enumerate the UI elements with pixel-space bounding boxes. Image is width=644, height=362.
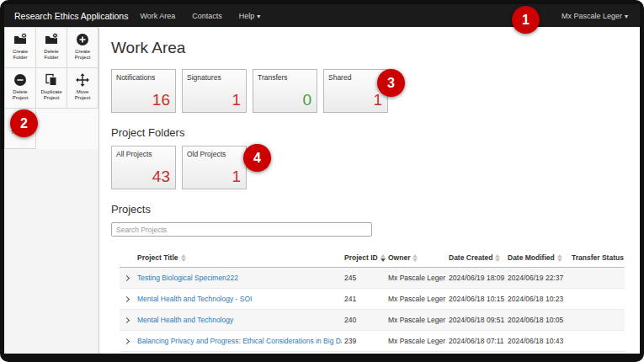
project-folders-title: Project Folders bbox=[111, 126, 628, 139]
tool-label: Move Project bbox=[68, 89, 97, 101]
card-value: 1 bbox=[373, 91, 382, 109]
all-projects-card[interactable]: All Projects 43 bbox=[111, 146, 176, 189]
sidebar: Create Folder Delete Folder Create Proje… bbox=[4, 27, 99, 354]
expander-cell bbox=[120, 289, 135, 310]
page-title: Work Area bbox=[111, 39, 628, 57]
delete-project-button[interactable]: Delete Project bbox=[5, 68, 36, 109]
annotation-badge-1: 1 bbox=[512, 6, 540, 34]
top-navbar: Research Ethics Applications Work Area C… bbox=[4, 4, 640, 27]
expand-chevron-icon[interactable] bbox=[124, 338, 130, 344]
nav-item-contacts[interactable]: Contacts bbox=[192, 12, 222, 20]
expander-cell bbox=[120, 331, 135, 352]
sort-icon bbox=[412, 254, 418, 262]
delete-folder-button[interactable]: Delete Folder bbox=[36, 28, 67, 68]
card-label: Signatures bbox=[183, 70, 246, 82]
table-row: Mental Health and Technology - SOI 241 M… bbox=[120, 289, 625, 310]
tool-label: Duplicate Project bbox=[37, 89, 66, 101]
transfer-status-cell bbox=[569, 289, 625, 310]
date-created-cell: 2024/06/18 10:15 bbox=[446, 289, 505, 310]
project-title-cell: Mental Health and Technology bbox=[135, 310, 342, 331]
annotation-badge-2: 2 bbox=[10, 109, 38, 137]
sort-icon bbox=[381, 254, 386, 262]
date-created-cell: 2024/06/19 18:09 bbox=[446, 268, 505, 289]
project-id-cell: 239 bbox=[342, 331, 386, 352]
date-created-cell: 2024/06/18 07:11 bbox=[446, 331, 505, 352]
card-label: Old Projects bbox=[183, 146, 246, 158]
stat-cards-row: Notifications 16 Signatures 1 Transfers … bbox=[111, 69, 628, 113]
delete-folder-icon bbox=[45, 32, 58, 47]
main-content: Work Area Notifications 16 Signatures 1 … bbox=[99, 27, 640, 354]
owner-cell: Mx Pascale Leger bbox=[386, 289, 446, 310]
signatures-card[interactable]: Signatures 1 bbox=[182, 69, 247, 113]
project-id-cell: 245 bbox=[342, 268, 386, 289]
header-date-modified[interactable]: Date Modified bbox=[505, 248, 569, 268]
old-projects-card[interactable]: Old Projects 1 bbox=[182, 146, 247, 189]
duplicate-project-icon bbox=[45, 72, 58, 88]
date-modified-cell: 2024/06/18 10:23 bbox=[505, 289, 569, 310]
project-link[interactable]: Mental Health and Technology bbox=[137, 316, 233, 324]
create-project-button[interactable]: Create Project bbox=[67, 28, 98, 68]
card-label: Transfers bbox=[253, 70, 317, 82]
table-header-row: Project Title Project ID Owner Date Crea… bbox=[120, 248, 625, 268]
expander-cell bbox=[120, 310, 135, 331]
expand-chevron-icon[interactable] bbox=[124, 275, 130, 281]
header-project-id[interactable]: Project ID bbox=[342, 248, 386, 268]
expander-cell bbox=[120, 268, 135, 289]
header-owner[interactable]: Owner bbox=[386, 248, 446, 268]
user-menu[interactable]: Mx Pascale Leger bbox=[562, 12, 640, 20]
tool-label: Create Project bbox=[68, 49, 97, 61]
card-value: 43 bbox=[152, 168, 170, 186]
transfer-status-cell bbox=[569, 331, 625, 352]
card-label: All Projects bbox=[112, 146, 175, 158]
folder-cards-row: All Projects 43 Old Projects 1 bbox=[111, 146, 628, 189]
tool-label: Create Folder bbox=[6, 49, 35, 61]
owner-cell: Mx Pascale Leger bbox=[386, 331, 446, 352]
project-link[interactable]: Mental Health and Technology - SOI bbox=[137, 295, 252, 303]
project-link[interactable]: Balancing Privacy and Progress: Ethical … bbox=[137, 337, 342, 345]
expand-chevron-icon[interactable] bbox=[124, 296, 130, 302]
projects-table: Project Title Project ID Owner Date Crea… bbox=[120, 248, 625, 352]
owner-cell: Mx Pascale Leger bbox=[386, 268, 446, 289]
project-link[interactable]: Testing Biological Specimen222 bbox=[137, 274, 238, 282]
card-value: 16 bbox=[152, 91, 170, 109]
owner-cell: Mx Pascale Leger bbox=[386, 310, 446, 331]
project-title-cell: Mental Health and Technology - SOI bbox=[135, 289, 342, 310]
create-folder-button[interactable]: Create Folder bbox=[5, 28, 36, 68]
annotation-badge-4: 4 bbox=[243, 144, 271, 172]
project-id-cell: 240 bbox=[342, 310, 386, 331]
project-id-cell: 241 bbox=[342, 289, 386, 310]
transfer-status-cell bbox=[569, 310, 625, 331]
create-folder-icon bbox=[13, 32, 27, 47]
tool-label: Delete Folder bbox=[37, 49, 66, 61]
app-brand[interactable]: Research Ethics Applications bbox=[4, 11, 140, 21]
nav-item-work-area[interactable]: Work Area bbox=[140, 12, 175, 20]
search-input[interactable] bbox=[111, 222, 372, 237]
table-row: Testing Biological Specimen222 245 Mx Pa… bbox=[120, 268, 625, 289]
sort-icon bbox=[181, 254, 186, 262]
screenshot-frame: Research Ethics Applications Work Area C… bbox=[0, 0, 644, 362]
move-project-button[interactable]: Move Project bbox=[67, 68, 98, 109]
card-value: 1 bbox=[232, 168, 241, 186]
transfer-status-cell bbox=[569, 268, 625, 289]
delete-project-icon bbox=[13, 72, 27, 88]
project-title-cell: Testing Biological Specimen222 bbox=[135, 268, 342, 289]
card-value: 0 bbox=[302, 91, 311, 109]
sort-icon bbox=[495, 254, 500, 262]
project-title-cell: Balancing Privacy and Progress: Ethical … bbox=[135, 331, 342, 352]
header-expander bbox=[120, 248, 135, 268]
table-row: Mental Health and Technology 240 Mx Pasc… bbox=[120, 310, 625, 331]
date-modified-cell: 2024/06/18 10:05 bbox=[505, 310, 569, 331]
sort-icon bbox=[557, 254, 562, 262]
nav-item-help[interactable]: Help bbox=[239, 12, 261, 20]
transfers-card[interactable]: Transfers 0 bbox=[253, 69, 317, 113]
duplicate-project-button[interactable]: Duplicate Project bbox=[36, 68, 67, 109]
table-row: Balancing Privacy and Progress: Ethical … bbox=[120, 331, 625, 352]
header-date-created[interactable]: Date Created bbox=[446, 248, 505, 268]
tool-label: Delete Project bbox=[6, 89, 35, 101]
header-project-title[interactable]: Project Title bbox=[135, 248, 342, 268]
date-modified-cell: 2024/06/18 10:43 bbox=[505, 331, 569, 352]
expand-chevron-icon[interactable] bbox=[124, 317, 130, 323]
header-transfer-status: Transfer Status bbox=[569, 248, 625, 268]
projects-title: Projects bbox=[111, 203, 628, 216]
notifications-card[interactable]: Notifications 16 bbox=[111, 69, 176, 113]
